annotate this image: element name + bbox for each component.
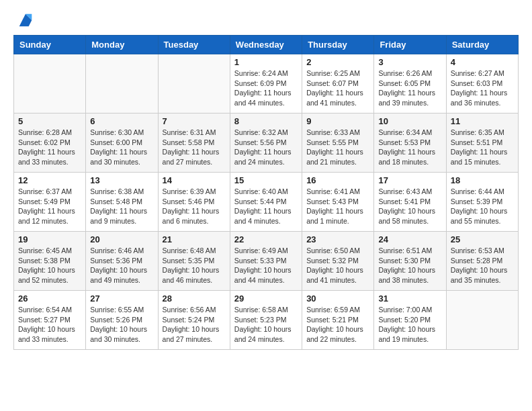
day-info: Sunrise: 6:48 AM Sunset: 5:35 PM Dayligh…: [163, 246, 226, 285]
day-info: Sunrise: 6:24 AM Sunset: 6:09 PM Dayligh…: [234, 68, 298, 108]
day-info: Sunrise: 6:30 AM Sunset: 6:00 PM Dayligh…: [90, 128, 153, 167]
day-number: 3: [378, 57, 441, 67]
day-number: 15: [234, 175, 298, 185]
day-info: Sunrise: 6:41 AM Sunset: 5:43 PM Dayligh…: [306, 187, 369, 226]
day-header-thursday: Thursday: [302, 36, 374, 54]
day-number: 7: [163, 116, 226, 126]
day-header-monday: Monday: [86, 36, 158, 54]
day-info: Sunrise: 6:45 AM Sunset: 5:38 PM Dayligh…: [18, 246, 81, 285]
day-cell: 20Sunrise: 6:46 AM Sunset: 5:36 PM Dayli…: [86, 232, 158, 291]
header: [13, 11, 519, 30]
day-info: Sunrise: 6:46 AM Sunset: 5:36 PM Dayligh…: [90, 246, 153, 285]
day-number: 18: [451, 175, 514, 185]
day-info: Sunrise: 6:25 AM Sunset: 6:07 PM Dayligh…: [306, 68, 369, 108]
week-row-5: 26Sunrise: 6:54 AM Sunset: 5:27 PM Dayli…: [14, 291, 519, 350]
day-number: 31: [378, 293, 441, 304]
day-number: 9: [306, 116, 369, 126]
day-number: 23: [306, 234, 369, 244]
day-cell: 4Sunrise: 6:27 AM Sunset: 6:03 PM Daylig…: [446, 54, 518, 113]
day-info: Sunrise: 6:58 AM Sunset: 5:23 PM Dayligh…: [234, 305, 298, 345]
day-header-wednesday: Wednesday: [230, 36, 302, 54]
day-cell: 11Sunrise: 6:35 AM Sunset: 5:51 PM Dayli…: [446, 113, 518, 173]
day-cell: 18Sunrise: 6:44 AM Sunset: 5:39 PM Dayli…: [446, 173, 518, 232]
day-cell: 13Sunrise: 6:38 AM Sunset: 5:48 PM Dayli…: [86, 173, 158, 232]
logo-icon: [16, 11, 35, 30]
day-cell: 31Sunrise: 7:00 AM Sunset: 5:20 PM Dayli…: [374, 291, 446, 350]
day-info: Sunrise: 6:50 AM Sunset: 5:32 PM Dayligh…: [306, 246, 369, 285]
day-number: 22: [234, 234, 298, 244]
week-row-2: 5Sunrise: 6:28 AM Sunset: 6:02 PM Daylig…: [14, 113, 519, 173]
day-info: Sunrise: 7:00 AM Sunset: 5:20 PM Dayligh…: [378, 305, 441, 345]
day-header-sunday: Sunday: [14, 36, 86, 54]
day-info: Sunrise: 6:44 AM Sunset: 5:39 PM Dayligh…: [451, 187, 514, 226]
day-number: 21: [163, 234, 226, 244]
day-info: Sunrise: 6:34 AM Sunset: 5:53 PM Dayligh…: [378, 128, 441, 167]
day-cell: 6Sunrise: 6:30 AM Sunset: 6:00 PM Daylig…: [86, 113, 158, 173]
day-info: Sunrise: 6:27 AM Sunset: 6:03 PM Dayligh…: [451, 68, 514, 108]
day-cell: 23Sunrise: 6:50 AM Sunset: 5:32 PM Dayli…: [302, 232, 374, 291]
day-header-tuesday: Tuesday: [158, 36, 230, 54]
day-cell: [158, 54, 230, 113]
day-cell: 9Sunrise: 6:33 AM Sunset: 5:55 PM Daylig…: [302, 113, 374, 173]
day-header-saturday: Saturday: [446, 36, 518, 54]
day-number: 20: [90, 234, 153, 244]
day-cell: 5Sunrise: 6:28 AM Sunset: 6:02 PM Daylig…: [14, 113, 86, 173]
day-number: 1: [234, 57, 298, 67]
day-cell: 28Sunrise: 6:56 AM Sunset: 5:24 PM Dayli…: [158, 291, 230, 350]
day-number: 10: [378, 116, 441, 126]
day-cell: 22Sunrise: 6:49 AM Sunset: 5:33 PM Dayli…: [230, 232, 302, 291]
day-info: Sunrise: 6:54 AM Sunset: 5:27 PM Dayligh…: [18, 305, 81, 345]
day-number: 14: [163, 175, 226, 185]
day-info: Sunrise: 6:26 AM Sunset: 6:05 PM Dayligh…: [378, 68, 441, 108]
day-cell: 16Sunrise: 6:41 AM Sunset: 5:43 PM Dayli…: [302, 173, 374, 232]
day-number: 24: [378, 234, 441, 244]
day-info: Sunrise: 6:40 AM Sunset: 5:44 PM Dayligh…: [234, 187, 298, 226]
logo: [13, 11, 35, 30]
day-cell: [14, 54, 86, 113]
day-number: 26: [18, 293, 81, 304]
day-cell: 27Sunrise: 6:55 AM Sunset: 5:26 PM Dayli…: [86, 291, 158, 350]
day-info: Sunrise: 6:33 AM Sunset: 5:55 PM Dayligh…: [306, 128, 369, 167]
day-number: 8: [234, 116, 298, 126]
day-cell: 21Sunrise: 6:48 AM Sunset: 5:35 PM Dayli…: [158, 232, 230, 291]
day-number: 30: [306, 293, 369, 304]
day-cell: 1Sunrise: 6:24 AM Sunset: 6:09 PM Daylig…: [230, 54, 302, 113]
calendar-table: SundayMondayTuesdayWednesdayThursdayFrid…: [13, 35, 519, 350]
day-info: Sunrise: 6:55 AM Sunset: 5:26 PM Dayligh…: [90, 305, 153, 345]
days-header-row: SundayMondayTuesdayWednesdayThursdayFrid…: [14, 36, 519, 54]
week-row-4: 19Sunrise: 6:45 AM Sunset: 5:38 PM Dayli…: [14, 232, 519, 291]
day-cell: [86, 54, 158, 113]
day-number: 25: [451, 234, 514, 244]
day-cell: 14Sunrise: 6:39 AM Sunset: 5:46 PM Dayli…: [158, 173, 230, 232]
day-cell: 19Sunrise: 6:45 AM Sunset: 5:38 PM Dayli…: [14, 232, 86, 291]
day-cell: 25Sunrise: 6:53 AM Sunset: 5:28 PM Dayli…: [446, 232, 518, 291]
day-cell: 26Sunrise: 6:54 AM Sunset: 5:27 PM Dayli…: [14, 291, 86, 350]
day-cell: 17Sunrise: 6:43 AM Sunset: 5:41 PM Dayli…: [374, 173, 446, 232]
day-cell: 29Sunrise: 6:58 AM Sunset: 5:23 PM Dayli…: [230, 291, 302, 350]
day-number: 13: [90, 175, 153, 185]
day-number: 19: [18, 234, 81, 244]
calendar-container: SundayMondayTuesdayWednesdayThursdayFrid…: [0, 0, 532, 361]
day-number: 29: [234, 293, 298, 304]
day-cell: 10Sunrise: 6:34 AM Sunset: 5:53 PM Dayli…: [374, 113, 446, 173]
day-number: 16: [306, 175, 369, 185]
day-info: Sunrise: 6:59 AM Sunset: 5:21 PM Dayligh…: [306, 305, 369, 345]
day-cell: 12Sunrise: 6:37 AM Sunset: 5:49 PM Dayli…: [14, 173, 86, 232]
day-info: Sunrise: 6:51 AM Sunset: 5:30 PM Dayligh…: [378, 246, 441, 285]
day-cell: 2Sunrise: 6:25 AM Sunset: 6:07 PM Daylig…: [302, 54, 374, 113]
day-cell: 30Sunrise: 6:59 AM Sunset: 5:21 PM Dayli…: [302, 291, 374, 350]
day-cell: 15Sunrise: 6:40 AM Sunset: 5:44 PM Dayli…: [230, 173, 302, 232]
day-number: 27: [90, 293, 153, 304]
day-cell: [446, 291, 518, 350]
day-cell: 8Sunrise: 6:32 AM Sunset: 5:56 PM Daylig…: [230, 113, 302, 173]
day-number: 28: [163, 293, 226, 304]
day-number: 17: [378, 175, 441, 185]
day-info: Sunrise: 6:49 AM Sunset: 5:33 PM Dayligh…: [234, 246, 298, 285]
day-cell: 7Sunrise: 6:31 AM Sunset: 5:58 PM Daylig…: [158, 113, 230, 173]
day-number: 11: [451, 116, 514, 126]
day-info: Sunrise: 6:53 AM Sunset: 5:28 PM Dayligh…: [451, 246, 514, 285]
day-number: 2: [306, 57, 369, 67]
day-number: 12: [18, 175, 81, 185]
day-info: Sunrise: 6:37 AM Sunset: 5:49 PM Dayligh…: [18, 187, 81, 226]
day-info: Sunrise: 6:31 AM Sunset: 5:58 PM Dayligh…: [163, 128, 226, 167]
